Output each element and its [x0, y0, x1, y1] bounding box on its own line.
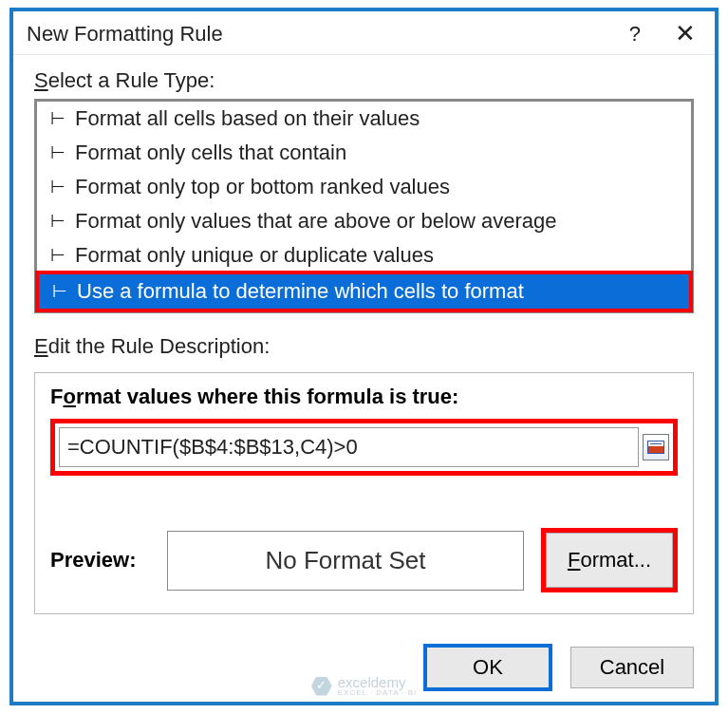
rule-item-formula[interactable]: ⊢ Use a formula to determine which cells…	[37, 272, 691, 310]
rule-type-list: ⊢ Format all cells based on their values…	[34, 99, 694, 313]
format-button-highlight: Format...	[541, 528, 678, 592]
dialog-title: New Formatting Rule	[27, 22, 629, 47]
rule-icon: ⊢	[50, 177, 71, 197]
preview-row: Preview: No Format Set Format...	[50, 528, 678, 592]
dialog-button-row: OK Cancel	[13, 631, 715, 702]
refedit-collapse-icon[interactable]	[643, 434, 669, 460]
formula-row	[50, 419, 678, 476]
rule-item-label: Format all cells based on their values	[75, 106, 420, 131]
formula-input[interactable]	[59, 427, 639, 467]
preview-sample: No Format Set	[167, 531, 524, 591]
rule-item-label: Format only cells that contain	[75, 141, 346, 165]
rule-icon: ⊢	[50, 108, 71, 129]
close-icon[interactable]: ✕	[669, 19, 701, 48]
rule-item-label: Format only top or bottom ranked values	[75, 175, 450, 199]
rule-item-unique-duplicate[interactable]: ⊢ Format only unique or duplicate values	[37, 238, 691, 272]
rule-icon: ⊢	[50, 142, 71, 163]
new-formatting-rule-dialog: New Formatting Rule ? ✕ Select a Rule Ty…	[13, 11, 715, 702]
edit-rule-description-label: Edit the Rule Description:	[34, 334, 694, 359]
rule-item-all-cells[interactable]: ⊢ Format all cells based on their values	[37, 102, 691, 136]
formula-heading: Format values where this formula is true…	[50, 385, 678, 409]
rule-item-above-below[interactable]: ⊢ Format only values that are above or b…	[37, 204, 691, 238]
help-icon[interactable]: ?	[629, 22, 641, 47]
rule-description-box: Format values where this formula is true…	[34, 372, 694, 614]
rule-icon: ⊢	[50, 245, 71, 266]
rule-item-label: Format only values that are above or bel…	[75, 209, 557, 234]
preview-label: Preview:	[50, 548, 150, 573]
select-rule-type-label: Select a Rule Type:	[34, 68, 694, 93]
rule-item-label: Format only unique or duplicate values	[75, 243, 434, 268]
title-bar: New Formatting Rule ? ✕	[13, 11, 715, 55]
format-button[interactable]: Format...	[546, 533, 673, 588]
rule-icon: ⊢	[50, 211, 71, 232]
rule-item-label: Use a formula to determine which cells t…	[77, 279, 524, 304]
rule-item-top-bottom[interactable]: ⊢ Format only top or bottom ranked value…	[37, 170, 691, 204]
ok-button[interactable]: OK	[426, 647, 550, 688]
rule-icon: ⊢	[52, 281, 73, 302]
cancel-button[interactable]: Cancel	[570, 647, 694, 688]
rule-item-contain[interactable]: ⊢ Format only cells that contain	[37, 136, 691, 170]
